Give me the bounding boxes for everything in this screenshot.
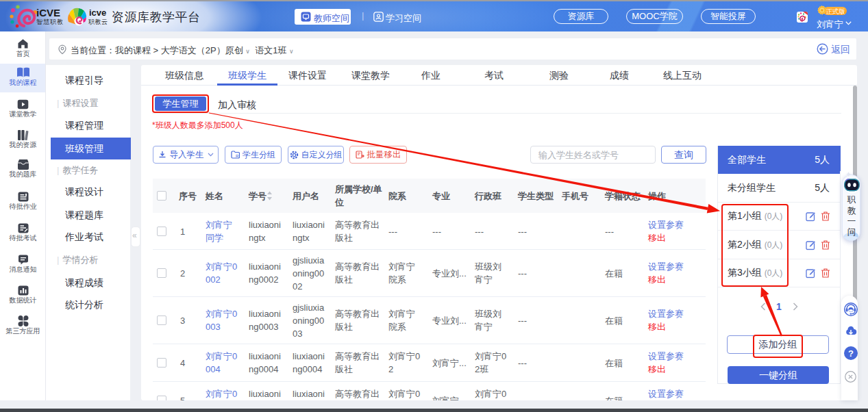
svg-text:?: ? — [848, 348, 854, 359]
svg-text:R: R — [236, 154, 239, 158]
